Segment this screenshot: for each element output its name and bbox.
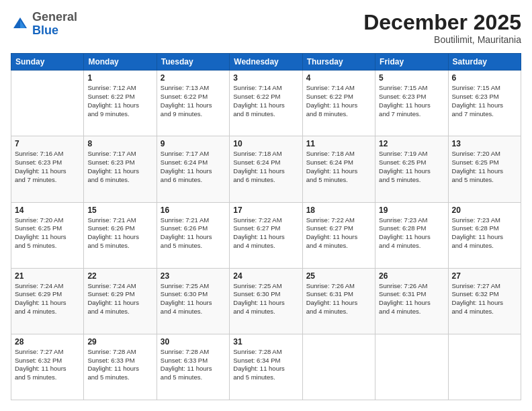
calendar-cell bbox=[11, 71, 84, 136]
calendar-cell: 2Sunrise: 7:13 AM Sunset: 6:22 PM Daylig… bbox=[157, 71, 229, 136]
day-number: 16 bbox=[161, 205, 226, 215]
day-info: Sunrise: 7:23 AM Sunset: 6:28 PM Dayligh… bbox=[452, 216, 517, 250]
calendar-cell: 11Sunrise: 7:18 AM Sunset: 6:24 PM Dayli… bbox=[302, 136, 375, 202]
day-number: 26 bbox=[379, 271, 444, 281]
day-info: Sunrise: 7:24 AM Sunset: 6:29 PM Dayligh… bbox=[87, 282, 152, 316]
day-info: Sunrise: 7:20 AM Sunset: 6:25 PM Dayligh… bbox=[15, 216, 80, 250]
calendar-cell: 22Sunrise: 7:24 AM Sunset: 6:29 PM Dayli… bbox=[84, 268, 157, 334]
calendar-cell: 26Sunrise: 7:26 AM Sunset: 6:31 PM Dayli… bbox=[375, 268, 448, 334]
calendar-cell: 18Sunrise: 7:22 AM Sunset: 6:27 PM Dayli… bbox=[302, 202, 375, 268]
calendar-cell: 4Sunrise: 7:14 AM Sunset: 6:22 PM Daylig… bbox=[302, 71, 375, 136]
calendar-week-row: 1Sunrise: 7:12 AM Sunset: 6:22 PM Daylig… bbox=[11, 71, 521, 136]
day-number: 12 bbox=[379, 139, 444, 148]
calendar-cell: 13Sunrise: 7:20 AM Sunset: 6:25 PM Dayli… bbox=[448, 136, 521, 202]
calendar-body: 1Sunrise: 7:12 AM Sunset: 6:22 PM Daylig… bbox=[11, 71, 521, 400]
calendar-cell: 17Sunrise: 7:22 AM Sunset: 6:27 PM Dayli… bbox=[230, 202, 302, 268]
day-info: Sunrise: 7:26 AM Sunset: 6:31 PM Dayligh… bbox=[379, 282, 444, 316]
weekday-header: Sunday bbox=[11, 54, 84, 71]
weekday-header: Monday bbox=[84, 54, 157, 71]
day-info: Sunrise: 7:15 AM Sunset: 6:23 PM Dayligh… bbox=[379, 84, 444, 118]
day-info: Sunrise: 7:27 AM Sunset: 6:32 PM Dayligh… bbox=[15, 348, 80, 382]
day-number: 13 bbox=[452, 139, 517, 148]
day-info: Sunrise: 7:18 AM Sunset: 6:24 PM Dayligh… bbox=[306, 150, 371, 184]
day-info: Sunrise: 7:23 AM Sunset: 6:28 PM Dayligh… bbox=[379, 216, 444, 250]
day-number: 30 bbox=[161, 337, 226, 347]
day-number: 6 bbox=[452, 73, 517, 83]
calendar-cell: 3Sunrise: 7:14 AM Sunset: 6:22 PM Daylig… bbox=[230, 71, 302, 136]
calendar-cell: 25Sunrise: 7:26 AM Sunset: 6:31 PM Dayli… bbox=[302, 268, 375, 334]
day-info: Sunrise: 7:14 AM Sunset: 6:22 PM Dayligh… bbox=[233, 84, 298, 118]
weekday-header: Friday bbox=[375, 54, 448, 71]
calendar-cell: 24Sunrise: 7:25 AM Sunset: 6:30 PM Dayli… bbox=[230, 268, 302, 334]
day-info: Sunrise: 7:25 AM Sunset: 6:30 PM Dayligh… bbox=[233, 282, 298, 316]
header: General Blue December 2025 Boutilimit, M… bbox=[11, 11, 521, 45]
logo-blue: Blue bbox=[32, 24, 58, 37]
day-info: Sunrise: 7:28 AM Sunset: 6:33 PM Dayligh… bbox=[161, 348, 226, 382]
calendar-cell: 10Sunrise: 7:18 AM Sunset: 6:24 PM Dayli… bbox=[230, 136, 302, 202]
day-number: 31 bbox=[233, 337, 298, 347]
calendar-cell: 12Sunrise: 7:19 AM Sunset: 6:25 PM Dayli… bbox=[375, 136, 448, 202]
page: General Blue December 2025 Boutilimit, M… bbox=[0, 0, 532, 411]
calendar-cell: 5Sunrise: 7:15 AM Sunset: 6:23 PM Daylig… bbox=[375, 71, 448, 136]
day-info: Sunrise: 7:12 AM Sunset: 6:22 PM Dayligh… bbox=[87, 84, 152, 118]
day-number: 22 bbox=[87, 271, 152, 281]
calendar-cell: 1Sunrise: 7:12 AM Sunset: 6:22 PM Daylig… bbox=[84, 71, 157, 136]
day-number: 14 bbox=[15, 205, 80, 215]
day-info: Sunrise: 7:26 AM Sunset: 6:31 PM Dayligh… bbox=[306, 282, 371, 316]
day-number: 3 bbox=[233, 73, 298, 83]
day-info: Sunrise: 7:25 AM Sunset: 6:30 PM Dayligh… bbox=[161, 282, 226, 316]
day-info: Sunrise: 7:15 AM Sunset: 6:23 PM Dayligh… bbox=[452, 84, 517, 118]
day-info: Sunrise: 7:21 AM Sunset: 6:26 PM Dayligh… bbox=[161, 216, 226, 250]
day-number: 4 bbox=[306, 73, 371, 83]
day-number: 21 bbox=[15, 271, 80, 281]
day-number: 17 bbox=[233, 205, 298, 215]
day-info: Sunrise: 7:22 AM Sunset: 6:27 PM Dayligh… bbox=[306, 216, 371, 250]
weekday-header: Thursday bbox=[302, 54, 375, 71]
day-info: Sunrise: 7:21 AM Sunset: 6:26 PM Dayligh… bbox=[87, 216, 152, 250]
day-info: Sunrise: 7:28 AM Sunset: 6:33 PM Dayligh… bbox=[87, 348, 152, 382]
calendar-header: SundayMondayTuesdayWednesdayThursdayFrid… bbox=[11, 54, 521, 71]
day-info: Sunrise: 7:17 AM Sunset: 6:24 PM Dayligh… bbox=[161, 150, 226, 184]
calendar-cell: 21Sunrise: 7:24 AM Sunset: 6:29 PM Dayli… bbox=[11, 268, 84, 334]
calendar-cell bbox=[375, 334, 448, 400]
calendar-cell: 6Sunrise: 7:15 AM Sunset: 6:23 PM Daylig… bbox=[448, 71, 521, 136]
calendar-cell: 23Sunrise: 7:25 AM Sunset: 6:30 PM Dayli… bbox=[157, 268, 229, 334]
day-info: Sunrise: 7:14 AM Sunset: 6:22 PM Dayligh… bbox=[306, 84, 371, 118]
calendar-cell: 29Sunrise: 7:28 AM Sunset: 6:33 PM Dayli… bbox=[84, 334, 157, 400]
day-info: Sunrise: 7:20 AM Sunset: 6:25 PM Dayligh… bbox=[452, 150, 517, 184]
day-info: Sunrise: 7:28 AM Sunset: 6:34 PM Dayligh… bbox=[233, 348, 298, 382]
calendar-cell: 27Sunrise: 7:27 AM Sunset: 6:32 PM Dayli… bbox=[448, 268, 521, 334]
calendar-cell: 20Sunrise: 7:23 AM Sunset: 6:28 PM Dayli… bbox=[448, 202, 521, 268]
logo-general: General bbox=[32, 10, 77, 24]
day-number: 1 bbox=[87, 73, 152, 83]
day-number: 27 bbox=[452, 271, 517, 281]
calendar-cell: 9Sunrise: 7:17 AM Sunset: 6:24 PM Daylig… bbox=[157, 136, 229, 202]
calendar-cell: 30Sunrise: 7:28 AM Sunset: 6:33 PM Dayli… bbox=[157, 334, 229, 400]
day-number: 25 bbox=[306, 271, 371, 281]
day-number: 5 bbox=[379, 73, 444, 83]
calendar-cell: 28Sunrise: 7:27 AM Sunset: 6:32 PM Dayli… bbox=[11, 334, 84, 400]
day-number: 8 bbox=[87, 139, 152, 148]
calendar-cell: 8Sunrise: 7:17 AM Sunset: 6:23 PM Daylig… bbox=[84, 136, 157, 202]
calendar-week-row: 14Sunrise: 7:20 AM Sunset: 6:25 PM Dayli… bbox=[11, 202, 521, 268]
calendar-week-row: 7Sunrise: 7:16 AM Sunset: 6:23 PM Daylig… bbox=[11, 136, 521, 202]
day-info: Sunrise: 7:16 AM Sunset: 6:23 PM Dayligh… bbox=[15, 150, 80, 184]
calendar-cell: 7Sunrise: 7:16 AM Sunset: 6:23 PM Daylig… bbox=[11, 136, 84, 202]
day-number: 28 bbox=[15, 337, 80, 347]
weekday-header: Tuesday bbox=[157, 54, 229, 71]
calendar-week-row: 21Sunrise: 7:24 AM Sunset: 6:29 PM Dayli… bbox=[11, 268, 521, 334]
calendar: SundayMondayTuesdayWednesdayThursdayFrid… bbox=[11, 53, 521, 400]
location: Boutilimit, Mauritania bbox=[363, 34, 521, 45]
calendar-cell: 15Sunrise: 7:21 AM Sunset: 6:26 PM Dayli… bbox=[84, 202, 157, 268]
logo-icon bbox=[11, 15, 30, 34]
calendar-cell: 31Sunrise: 7:28 AM Sunset: 6:34 PM Dayli… bbox=[230, 334, 302, 400]
day-number: 19 bbox=[379, 205, 444, 215]
calendar-cell bbox=[302, 334, 375, 400]
day-number: 18 bbox=[306, 205, 371, 215]
logo-text: General Blue bbox=[32, 11, 77, 38]
weekday-row: SundayMondayTuesdayWednesdayThursdayFrid… bbox=[11, 54, 521, 71]
day-number: 20 bbox=[452, 205, 517, 215]
day-info: Sunrise: 7:13 AM Sunset: 6:22 PM Dayligh… bbox=[161, 84, 226, 118]
calendar-cell: 14Sunrise: 7:20 AM Sunset: 6:25 PM Dayli… bbox=[11, 202, 84, 268]
title-block: December 2025 Boutilimit, Mauritania bbox=[363, 11, 521, 45]
